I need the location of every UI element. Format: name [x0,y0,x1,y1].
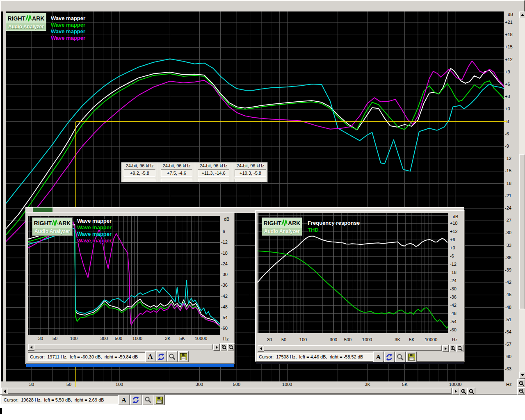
x-tick-label: 10000 [449,382,462,387]
zoom-out-x-button[interactable] [467,388,475,395]
y-tick-label: -6 [450,253,454,258]
save-button[interactable] [178,351,189,362]
y-tick-label: -48 [221,304,228,309]
x-tick-label: 10000 [425,337,438,342]
info-value-clipped [161,179,192,183]
zoom-options-button[interactable] [395,352,406,363]
down-arrow-icon [521,374,524,376]
right-arrow-icon [445,347,447,350]
y-tick-label: -30 [505,230,511,235]
h-scrollbar-thumb[interactable] [264,345,442,351]
y-tick-label: -12 [221,240,228,244]
zoom-in-button[interactable] [220,343,228,351]
y-tick-label: -60 [505,354,511,359]
y-tick-label: +9 [505,69,510,74]
waveform-icon [281,219,288,227]
h-scrollbar-track[interactable] [7,388,452,394]
zoom-out-icon [519,388,524,394]
y-tick-label: -45 [505,292,511,297]
y-tick-label: +18 [450,221,458,226]
save-button[interactable] [153,395,165,405]
h-scrollbar-track[interactable] [34,344,213,350]
y-tick-label: -24 [221,261,228,266]
h-scrollbar-thumb[interactable] [8,388,452,394]
y-tick-label: -33 [505,243,511,248]
zoom-out-icon [457,346,463,351]
refresh-button[interactable] [130,395,142,405]
right-arrow-icon [455,390,457,393]
logo-ark-text: ARK [32,15,44,22]
scroll-right-button[interactable] [213,344,220,351]
h-scrollbar-track[interactable] [263,345,442,351]
zoom-out-button[interactable] [456,345,463,352]
scroll-right-button[interactable] [452,388,459,395]
y-tick-label: +18 [505,32,513,37]
zoom-options-button[interactable] [142,395,154,405]
y-tick-label: +15 [505,44,513,49]
waveform-icon [25,15,32,22]
y-tick-label: -18 [505,181,511,186]
y-tick-label: -63 [505,366,511,371]
hidden-logo-fragment [33,208,52,212]
legend-item: Wave mapper [77,224,112,231]
y-tick-label: -54 [221,315,228,320]
y-tick-label: -54 [450,319,457,324]
refresh-button[interactable] [384,352,395,363]
zoom-options-button[interactable] [167,351,178,362]
refresh-button[interactable] [156,351,167,362]
legend-item: Wave mapper [51,22,85,28]
cursor-readout: Cursor: 17508 Hz, left = 4.46 dB, right … [257,353,375,361]
x-tick-label: 3K [165,336,170,341]
rightmark-logo: RIGHT ARK Audio Analyzer [6,13,46,31]
info-header: 24-bit, 96 kHz [232,163,268,168]
rightmark-logo-title: RIGHT ARK [6,13,46,23]
x-tick-label: 500 [115,336,122,341]
legend-item: Wave mapper [51,15,85,21]
y-tick-label: +3 [505,94,510,99]
zoom-out-button[interactable] [227,343,235,351]
right-y-unit: dB [453,214,458,219]
info-header: 24-bit, 96 kHz [121,163,158,168]
scroll-down-button[interactable] [519,372,525,379]
zoom-in-y-button[interactable] [517,379,525,387]
y-tick-label: -18 [450,270,457,275]
y-tick-label: +12 [450,229,458,234]
font-button[interactable]: A [373,352,383,363]
info-value: +10.3, -5.8 [235,169,266,177]
y-tick-label: +12 [505,57,513,62]
y-tick-label: +6 [505,82,510,87]
left-arrow-icon [260,347,262,350]
zoom-out-y-button[interactable] [517,387,525,395]
refresh-icon [132,397,139,403]
x-tick-label: 50 [52,336,57,341]
y-tick-label: -36 [505,255,511,260]
rightmark-logo: RIGHT ARK Audio Analyzer [32,217,73,236]
rightmark-logo-title: RIGHT ARK [32,218,72,228]
x-tick-label: 3K [365,382,370,387]
font-button[interactable]: A [145,351,155,362]
legend-item: Wave mapper [77,231,112,237]
y-tick-label: -42 [450,303,457,308]
y-tick-label: -36 [450,294,457,299]
legend-item: Wave mapper [77,218,112,224]
y-tick-label: -48 [450,311,457,316]
up-arrow-icon [521,14,524,16]
v-scrollbar-thumb[interactable] [519,154,525,309]
y-tick-label: -30 [450,286,457,291]
y-tick-label: -57 [505,342,511,347]
zoom-out-icon [228,345,234,350]
x-tick-label: 100 [70,336,78,341]
h-scrollbar-thumb[interactable] [34,344,213,349]
save-floppy-icon [408,354,415,361]
font-a-icon: A [148,353,153,360]
x-tick-label: 300 [330,337,337,342]
font-button[interactable]: A [118,395,130,405]
info-column: 24-bit, 96 kHz +9.2, -5.8 [121,162,158,182]
zoom-in-icon [519,381,524,386]
screen-artifact [0,408,2,414]
save-button[interactable] [406,352,417,363]
zoom-in-button[interactable] [449,345,457,352]
zoom-in-x-button[interactable] [459,388,468,395]
cursor-readout-text: Cursor: 17508 Hz, left = 4.46 dB, right … [259,354,363,359]
scroll-right-button[interactable] [442,345,449,352]
